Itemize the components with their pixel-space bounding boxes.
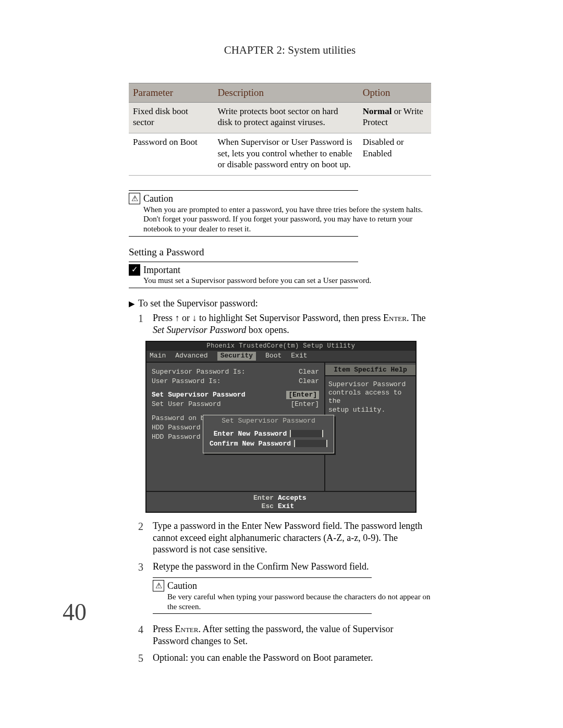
bios-menu-exit: Exit [291, 352, 307, 360]
important-block: ✓ Important You must set a Supervisor pa… [129, 262, 431, 288]
parameter-table: Parameter Description Option Fixed disk … [129, 83, 431, 176]
caution-text: Be very careful when typing your passwor… [167, 593, 430, 611]
caution-title: Caution [167, 581, 197, 591]
bios-row: Set User Password[Enter] [152, 400, 319, 409]
bios-menubar: Main Advanced Security Boot Exit [146, 351, 415, 362]
caution-block: ⚠ Caution Be very careful when typing yo… [153, 577, 431, 614]
password-field [294, 440, 327, 447]
step-3: 3 Retype the password in the Confirm New… [138, 561, 431, 619]
triangle-icon: ▶ [129, 299, 135, 309]
important-title: Important [143, 265, 180, 275]
bios-screenshot: Phoenix TrustedCore(tm) Setup Utility Ma… [145, 341, 417, 513]
th-description: Description [213, 83, 358, 103]
cell-desc: When Supervisor or User Password is set,… [213, 133, 358, 176]
bios-help-text: Supervisor Password [328, 380, 412, 389]
step-4: 4 Press Enter. After setting the passwor… [138, 623, 431, 647]
bios-row: User Password Is:Clear [152, 377, 319, 386]
warning-icon: ⚠ [129, 193, 140, 204]
bios-help-text: setup utility. [328, 406, 412, 414]
section-heading: Setting a Password [129, 246, 431, 258]
bios-menu-boot: Boot [265, 352, 282, 360]
caution-text: When you are prompted to enter a passwor… [143, 205, 423, 233]
bios-row: Supervisor Password Is:Clear [152, 368, 319, 376]
bios-menu-main: Main [150, 352, 166, 360]
chapter-header: CHAPTER 2: System utilities [69, 44, 511, 57]
bios-dialog-title: Set Supervisor Password [203, 415, 334, 428]
password-field [290, 430, 323, 437]
bios-dialog-row: Confirm New Password [203, 440, 334, 448]
step-2: 2 Type a password in the Enter New Passw… [138, 520, 431, 556]
bios-help-header: Item Specific Help [325, 365, 415, 376]
check-icon: ✓ [129, 264, 140, 276]
page-number: 40 [63, 598, 87, 626]
up-arrow-icon: ↑ [175, 313, 180, 323]
th-parameter: Parameter [129, 83, 213, 103]
table-row: Password on Boot When Supervisor or User… [129, 133, 431, 176]
warning-icon: ⚠ [153, 580, 164, 591]
cell-desc: Write protects boot sector on hard disk … [213, 102, 358, 133]
cell-param: Password on Boot [129, 133, 213, 176]
cell-option: Normal or Write Protect [359, 102, 431, 133]
bios-row-selected: Set Supervisor Password[Enter] [152, 391, 319, 399]
bios-dialog: Set Supervisor Password Enter New Passwo… [203, 415, 334, 454]
caution-block: ⚠ Caution When you are prompted to enter… [129, 190, 431, 237]
step-1: 1 Press ↑ or ↓ to highlight Set Supervis… [138, 312, 431, 336]
caution-title: Caution [143, 193, 173, 204]
step-lead: ▶ To set the Supervisor password: [129, 298, 431, 310]
down-arrow-icon: ↓ [192, 313, 197, 323]
step-5: 5 Optional: you can enable the Password … [138, 652, 431, 665]
cell-option: Disabled or Enabled [359, 133, 431, 176]
bios-title: Phoenix TrustedCore(tm) Setup Utility [146, 342, 415, 351]
bios-menu-advanced: Advanced [175, 352, 207, 360]
bios-help-text: controls access to the [328, 389, 412, 406]
bios-menu-security: Security [217, 352, 256, 360]
table-row: Fixed disk boot sector Write protects bo… [129, 102, 431, 133]
bios-dialog-row: Enter New Password [203, 430, 334, 438]
bios-footer: EnterAccepts EscExit [146, 491, 415, 513]
important-text: You must set a Supervisor password befor… [143, 276, 371, 285]
th-option: Option [359, 83, 431, 103]
cell-param: Fixed disk boot sector [129, 102, 213, 133]
